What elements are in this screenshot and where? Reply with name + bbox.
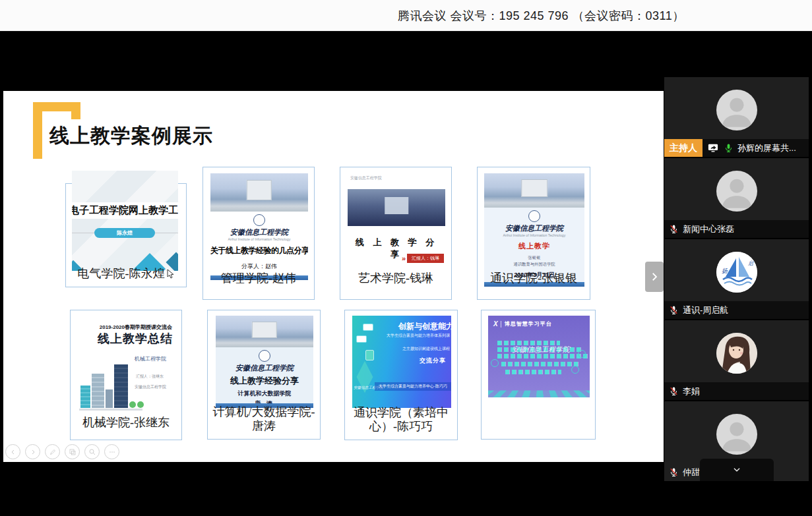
microphone-on-icon xyxy=(724,142,734,154)
thumb-line: 大学生综合素质与能力培养体系列课 xyxy=(384,333,450,339)
zoom-tool-button[interactable] xyxy=(84,444,100,459)
presentation-slide: 线上教学案例展示 电子工程学院网上教学工作 陈永煌 电气学院-陈永煌 xyxy=(3,91,664,462)
svg-text:启: 启 xyxy=(748,260,754,266)
school-line: 安徽信息工程学院 xyxy=(135,384,166,390)
thumb-subtitle: 2019-2020春期学期授课交流会 xyxy=(100,324,172,331)
card-caption: 管理学院-赵伟 xyxy=(203,272,314,286)
mouse-cursor-icon xyxy=(166,269,175,279)
school-name-en: Anhui Institute of Information Technolog… xyxy=(223,238,296,241)
platform-header: X 博思智慧学习平台 xyxy=(493,320,552,328)
annotation-toolbar xyxy=(5,444,119,459)
dept-line: 通识教育与外国语学院 xyxy=(489,262,580,268)
photo-avatar xyxy=(716,333,757,374)
participant-tile[interactable]: 新闻中心张磊 xyxy=(664,158,809,238)
participant-name: 仲甜 xyxy=(683,467,700,478)
slide-thumbnail-card[interactable]: 2019-2020春期学期授课交流会 线上教学总结 机械工程学院 汇报人：张继东… xyxy=(70,310,182,440)
pen-icon xyxy=(49,448,57,456)
avatar xyxy=(716,414,757,455)
building-shape xyxy=(252,322,277,338)
participant-tile[interactable]: 李娟 xyxy=(664,320,809,400)
magnifier-icon xyxy=(88,448,96,456)
chevron-right-icon xyxy=(648,271,660,283)
slide-thumbnail-card[interactable]: 安徽信息工程学院 线上教学经验分享 计算机和大数据学院 唐 涛 计算机/大数据学… xyxy=(207,310,321,440)
next-arrow-icon xyxy=(29,448,37,456)
campus-photo xyxy=(484,173,584,208)
thumb-presenter-pill: 陈永煌 xyxy=(94,228,155,238)
sidebar-collapse-button[interactable] xyxy=(645,262,664,292)
card-caption: 艺术学院-钱琳 xyxy=(340,272,451,286)
circle-icon xyxy=(578,350,586,358)
participant-name: 新闻中心张磊 xyxy=(683,223,734,235)
building-illustration xyxy=(106,389,113,408)
thumbnail-image: 电子工程学院网上教学工作 陈永煌 xyxy=(72,171,178,271)
school-logo-icon xyxy=(528,210,540,222)
next-slide-button[interactable] xyxy=(25,444,40,459)
participant-tile[interactable]: 扬 启 通识-周启航 xyxy=(664,239,809,319)
thumbnail-image: 安徽信息工程学院 线 上 教 学 分 享 » 汇报人：钱琳 xyxy=(348,173,445,284)
school-name: 安徽信息工程学院 xyxy=(484,223,584,233)
avatar xyxy=(716,90,757,130)
tree-illustration xyxy=(129,401,136,408)
circle-icon xyxy=(571,366,579,374)
screen-share-icon xyxy=(706,142,720,154)
meeting-title-bar: 腾讯会议 会议号：195 245 796 （会议密码：0311） xyxy=(0,0,812,32)
card-caption: 通识学院-张银银 xyxy=(478,272,590,286)
thumb-title: 创新与创意能力 xyxy=(398,321,451,332)
slide-thumbnail-card[interactable]: 创新与创意能力 大学生综合素质与能力培养体系列课 之主题知识树建设线上课程 交流… xyxy=(344,310,458,440)
participant-tile[interactable]: 主持人 孙辉的屏幕共... xyxy=(664,77,809,157)
card-caption: 机械学院-张继东 xyxy=(71,416,181,430)
microphone-muted-icon xyxy=(669,386,679,397)
participant-name-bar: 仲甜 xyxy=(664,463,809,481)
thumbnail-image: 创新与创意能力 大学生综合素质与能力培养体系列课 之主题知识树建设线上课程 交流… xyxy=(352,316,451,408)
participant-name-bar: 主持人 孙辉的屏幕共... xyxy=(664,139,809,157)
thumbnail-image: X 博思智慧学习平台 安徽信息工程学院 xyxy=(488,316,590,397)
campus-photo xyxy=(210,173,308,212)
presenter-line: 汇报人：张继东 xyxy=(136,374,164,380)
slide-thumbnail-card[interactable]: 电子工程学院网上教学工作 陈永煌 电气学院-陈永煌 xyxy=(65,183,187,287)
card-caption: 通识学院（素培中心）-陈巧巧 xyxy=(345,406,457,434)
participant-name-bar: 新闻中心张磊 xyxy=(664,220,809,238)
person-silhouette-icon xyxy=(716,90,757,130)
avatar xyxy=(716,171,757,212)
thumbnail-image: 2019-2020春期学期授课交流会 线上教学总结 机械工程学院 汇报人：张继东… xyxy=(78,316,175,412)
slide-title: 线上教学案例展示 xyxy=(49,123,213,150)
building-illustration xyxy=(80,386,90,408)
building-shape xyxy=(247,180,272,200)
building-shape xyxy=(385,197,408,214)
pen-tool-button[interactable] xyxy=(45,444,60,459)
participant-name: 李娟 xyxy=(683,386,700,397)
school-name: 安徽信息工程学院 xyxy=(210,227,308,237)
previous-slide-button[interactable] xyxy=(5,444,20,459)
slide-thumbnail-card[interactable]: X 博思智慧学习平台 安徽信息工程学院 xyxy=(481,310,596,440)
caption-text: 电气学院-陈永煌 xyxy=(78,267,165,280)
platform-logo-icon: X xyxy=(493,320,497,328)
slide-sorter-button[interactable] xyxy=(65,444,80,459)
thumb-title: 电子工程学院网上教学工作 xyxy=(72,202,178,219)
tencent-meeting-window: 腾讯会议 会议号：195 245 796 （会议密码：0311） 线上教学案例展… xyxy=(0,0,812,516)
building-illustration xyxy=(92,374,104,408)
campus-photo xyxy=(348,189,445,226)
equalizer-bars xyxy=(501,362,580,366)
presenter-badge: 汇报人：钱琳 xyxy=(407,254,444,263)
circle-icon xyxy=(491,359,499,367)
previous-arrow-icon xyxy=(9,448,17,456)
equalizer-bars xyxy=(505,370,561,374)
avatar: 扬 启 xyxy=(716,252,757,293)
person-silhouette-icon xyxy=(716,171,757,212)
slide-thumbnail-card[interactable]: 安徽信息工程学院 Anhui Institute of Information … xyxy=(477,167,590,300)
slide-thumbnail-card[interactable]: 安徽信息工程学院 Anhui Institute of Information … xyxy=(203,167,315,300)
participant-tile[interactable]: 仲甜 xyxy=(664,401,809,481)
school-logo-icon xyxy=(253,214,265,226)
presenter-line: 张银银 xyxy=(489,255,580,261)
person-silhouette-icon xyxy=(716,414,757,455)
more-tools-button[interactable] xyxy=(104,444,119,459)
participant-video-strip: 主持人 孙辉的屏幕共... 新闻中心张磊 xyxy=(664,77,809,482)
arrows-decoration: » xyxy=(402,254,404,262)
slide-thumbnail-card[interactable]: 安徽信息工程学院 线 上 教 学 分 享 » 汇报人：钱琳 艺术学院-钱琳 xyxy=(340,167,452,300)
dept-line: 机械工程学院 xyxy=(135,355,166,362)
thumbnail-image: 安徽信息工程学院 Anhui Institute of Information … xyxy=(484,173,584,287)
participant-name-bar: 通识-周启航 xyxy=(664,301,809,319)
perspective-floor xyxy=(488,390,590,397)
slides-icon xyxy=(69,448,77,456)
corner-logo-text: 安徽信息工程学院 xyxy=(350,175,382,181)
